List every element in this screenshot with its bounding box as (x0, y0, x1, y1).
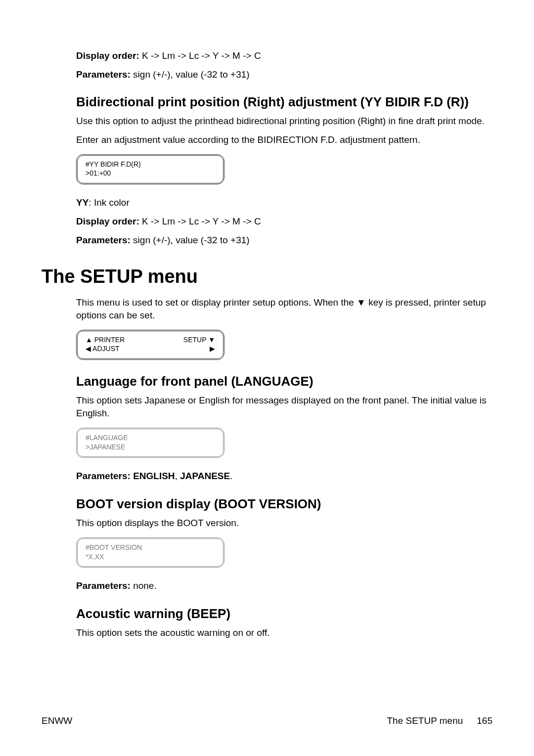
parameters-line: Parameters: sign (+/-), value (-32 to +3… (76, 68, 492, 81)
parameters-value: sign (+/-), value (-32 to +31) (131, 69, 250, 80)
boot-lcd-panel: #BOOT VERSION *X.XX (76, 537, 224, 568)
language-params-val2: JAPANESE (180, 471, 230, 481)
language-lcd-line2: >JAPANESE (86, 443, 215, 452)
setup-lcd-panel: ▲ PRINTER SETUP ▼ ◀ ADJUST ▶ (76, 330, 224, 360)
beep-heading: Acoustic warning (BEEP) (76, 606, 492, 622)
display-order-value: K -> Lm -> Lc -> Y -> M -> C (139, 50, 261, 61)
bidir-p1: Use this option to adjust the printhead … (76, 115, 492, 128)
bidir-parameters-label: Parameters: (76, 235, 131, 245)
language-params-end: . (230, 471, 232, 481)
display-order-label: Display order: (76, 50, 139, 61)
footer-page-number: 165 (477, 715, 492, 726)
boot-p1: This option displays the BOOT version. (76, 517, 492, 530)
boot-lcd-line2: *X.XX (86, 552, 215, 562)
boot-heading: BOOT version display (BOOT VERSION) (76, 496, 492, 512)
bidir-display-order-line: Display order: K -> Lm -> Lc -> Y -> M -… (76, 215, 492, 228)
lcd-right-arrow: ▶ (210, 344, 215, 354)
language-params-label: Parameters: (76, 471, 133, 481)
parameters-label: Parameters: (76, 69, 131, 80)
language-params-val1: ENGLISH (133, 471, 175, 481)
yy-label: YY (76, 197, 89, 208)
boot-params-label: Parameters: (76, 580, 133, 591)
yy-line: YY: Ink color (76, 196, 492, 209)
boot-params-value: none. (133, 580, 157, 591)
yy-desc: : Ink color (89, 197, 129, 208)
bidir-lcd-line1: #YY BIDIR F.D(R) (86, 160, 215, 169)
lcd-setup: SETUP ▼ (183, 335, 215, 345)
language-params-line: Parameters: ENGLISH, JAPANESE. (76, 470, 492, 483)
language-lcd-panel: #LANGUAGE >JAPANESE (76, 428, 224, 458)
language-lcd-line1: #LANGUAGE (86, 433, 215, 443)
language-p1: This option sets Japanese or English for… (76, 394, 492, 419)
display-order-line: Display order: K -> Lm -> Lc -> Y -> M -… (76, 49, 492, 62)
bidir-parameters-line: Parameters: sign (+/-), value (-32 to +3… (76, 234, 492, 247)
bidir-parameters-value: sign (+/-), value (-32 to +31) (131, 235, 250, 245)
footer-section-label: The SETUP menu (387, 715, 463, 726)
setup-menu-heading: The SETUP menu (42, 266, 492, 287)
beep-p1: This option sets the acoustic warning on… (76, 626, 492, 639)
bidir-display-order-label: Display order: (76, 216, 139, 226)
page-footer: ENWW The SETUP menu 165 (42, 715, 492, 726)
boot-lcd-line1: #BOOT VERSION (86, 543, 215, 552)
lcd-adjust: ◀ ADJUST (86, 344, 120, 354)
lcd-printer: ▲ PRINTER (86, 335, 125, 345)
bidir-lcd-line2: >01:+00 (86, 169, 215, 178)
bidir-display-order-value: K -> Lm -> Lc -> Y -> M -> C (139, 216, 261, 226)
footer-left: ENWW (42, 715, 72, 726)
language-params-sep: , (175, 471, 180, 481)
bidir-p2: Enter an adjustment value according to t… (76, 133, 492, 146)
language-heading: Language for front panel (LANGUAGE) (76, 374, 492, 389)
setup-menu-intro: This menu is used to set or display prin… (76, 296, 492, 321)
bidir-heading: Bidirectional print position (Right) adj… (76, 94, 492, 110)
bidir-lcd-panel: #YY BIDIR F.D(R) >01:+00 (76, 154, 224, 185)
boot-params-line: Parameters: none. (76, 579, 492, 592)
